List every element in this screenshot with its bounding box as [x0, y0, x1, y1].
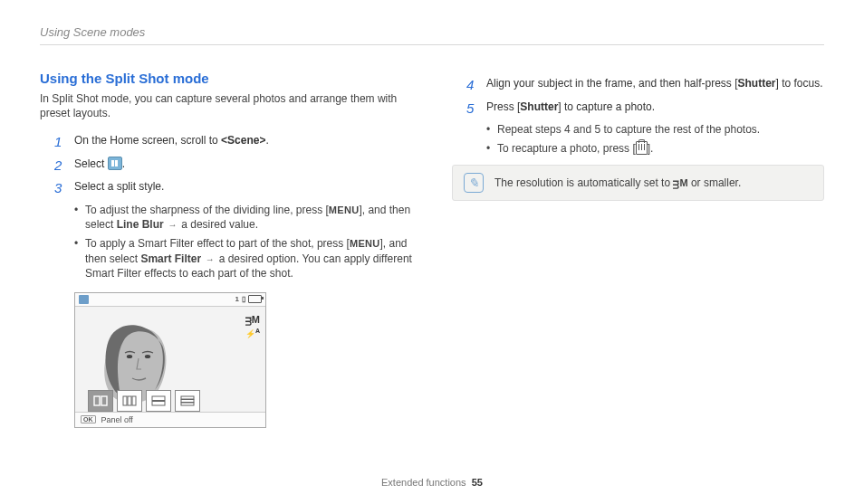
split-shot-icon: [108, 157, 122, 170]
bullet-repeat: Repeat steps 4 and 5 to capture the rest…: [486, 122, 824, 138]
page-number: 55: [472, 477, 483, 488]
step-1: 1 On the Home screen, scroll to <Scene>.: [54, 133, 412, 151]
svg-rect-3: [101, 396, 107, 405]
step-2: 2 Select .: [54, 157, 412, 175]
svg-rect-11: [181, 403, 194, 405]
step-number: 3: [54, 179, 65, 197]
flash-icon: ⚡: [245, 329, 255, 338]
note-icon: ✎: [464, 173, 484, 193]
ok-button[interactable]: OK: [81, 415, 96, 423]
left-column: Using the Split Shot mode In Split Shot …: [40, 71, 412, 433]
trash-icon: [636, 141, 648, 155]
arrow-icon: →: [164, 220, 182, 230]
svg-rect-9: [181, 396, 194, 399]
svg-rect-4: [123, 396, 127, 405]
step-5: 5 Press [Shutter] to capture a photo.: [466, 100, 824, 118]
step-4: 4 Align your subject in the frame, and t…: [466, 76, 824, 94]
page-header: Using Scene modes: [40, 25, 824, 45]
step-number: 2: [54, 157, 65, 175]
right-column: 4 Align your subject in the frame, and t…: [452, 71, 824, 433]
svg-rect-2: [94, 396, 100, 405]
section-title: Using the Split Shot mode: [40, 71, 412, 86]
step-3-bullets: To adjust the sharpness of the dividing …: [74, 203, 412, 281]
shutter-label: Shutter: [520, 100, 558, 113]
step-number: 5: [466, 100, 477, 118]
shot-counter: 1: [235, 295, 239, 303]
svg-rect-10: [181, 399, 194, 402]
intro-text: In Split Shot mode, you can capture seve…: [40, 91, 412, 120]
mode-icon: [79, 295, 89, 304]
arrow-icon: →: [201, 254, 219, 264]
layout-2row-button[interactable]: [146, 390, 171, 412]
resolution-icon: ᴟM: [245, 314, 260, 325]
svg-point-0: [127, 355, 132, 358]
resolution-icon: ᴟM: [673, 177, 687, 188]
step-text: On the Home screen, scroll to: [74, 134, 221, 147]
menu-button-label: MENU: [350, 238, 380, 249]
footer-section: Extended functions: [381, 477, 466, 488]
layout-panel-row: [88, 390, 200, 412]
svg-rect-6: [132, 396, 136, 405]
step-text: Select: [74, 157, 108, 170]
layout-3col-button[interactable]: [117, 390, 142, 412]
layout-3row-button[interactable]: [175, 390, 200, 412]
layout-2col-button[interactable]: [88, 390, 113, 412]
step-number: 4: [466, 76, 477, 94]
camera-preview: 1 ▯: [74, 292, 266, 428]
signal-icon: ▯: [242, 295, 245, 303]
step-5-bullets: Repeat steps 4 and 5 to capture the rest…: [486, 122, 824, 156]
svg-rect-7: [152, 396, 165, 401]
svg-rect-8: [152, 401, 165, 405]
step-3: 3 Select a split style.: [54, 179, 412, 197]
scene-label: <Scene>: [221, 134, 265, 147]
svg-rect-5: [128, 396, 131, 405]
battery-icon: [248, 295, 262, 303]
smart-filter-label: Smart Filter: [140, 252, 201, 265]
step-number: 1: [54, 133, 65, 151]
step-text: Select a split style.: [74, 179, 412, 195]
shutter-label: Shutter: [737, 77, 775, 90]
line-blur-label: Line Blur: [117, 218, 164, 231]
svg-point-1: [145, 355, 150, 358]
panel-off-label: Panel off: [101, 415, 133, 424]
menu-button-label: MENU: [329, 204, 360, 215]
page-footer: Extended functions 55: [0, 477, 864, 488]
note-box: ✎ The resolution is automatically set to…: [452, 165, 824, 201]
